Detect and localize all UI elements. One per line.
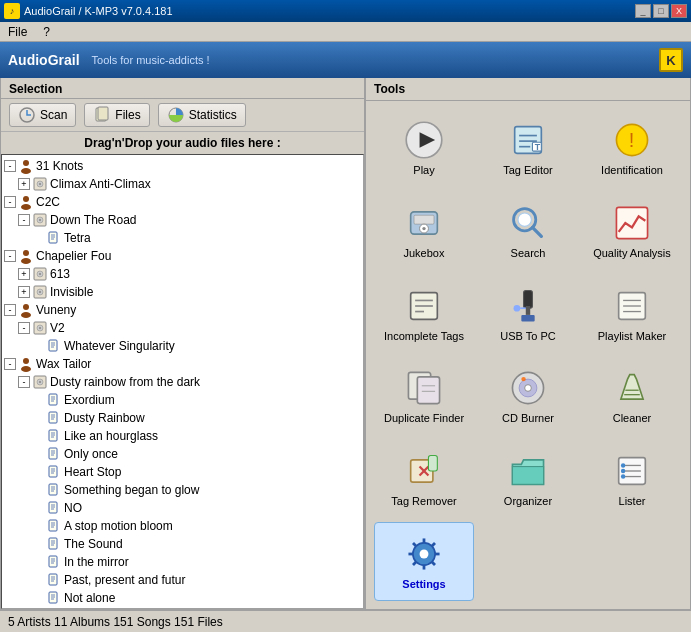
tree-song[interactable]: Not alone [4,589,361,607]
svg-point-150 [621,463,625,467]
tree-album[interactable]: - Dusty rainbow from the dark [4,373,361,391]
statistics-button[interactable]: Statistics [158,103,246,127]
tree-artist[interactable]: - Chapelier Fou [4,247,361,265]
tool-incomplete-tags[interactable]: Incomplete Tags [374,274,474,353]
svg-point-35 [23,358,29,364]
artist-label: Wax Tailor [36,357,91,371]
file-tree[interactable]: - 31 Knots + Climax Anti [1,154,364,609]
app-name: AudioGrail [8,52,80,68]
tool-lister[interactable]: Lister [582,440,682,519]
selection-header: Selection [1,78,364,99]
tool-tag-remover[interactable]: Tag Remover [374,440,474,519]
tree-song[interactable]: Down in flames [4,607,361,609]
scan-button[interactable]: Scan [9,103,76,127]
svg-point-36 [21,366,31,372]
expand-icon[interactable]: - [18,376,30,388]
expand-icon[interactable]: - [4,196,16,208]
expand-icon[interactable]: - [18,322,30,334]
song-label: Whatever Singularity [64,339,175,353]
lister-label: Lister [619,495,646,507]
tree-song[interactable]: NO [4,499,361,517]
tool-duplicate-finder[interactable]: Duplicate Finder [374,357,474,436]
expand-icon[interactable]: - [4,160,16,172]
tree-artist[interactable]: - 31 Knots [4,157,361,175]
song-icon [46,230,62,246]
menu-file[interactable]: File [4,24,31,40]
expand-icon[interactable]: - [4,358,16,370]
tool-organizer[interactable]: Organizer [478,440,578,519]
tree-album[interactable]: + Invisible [4,283,361,301]
maximize-button[interactable]: □ [653,4,669,18]
svg-line-116 [532,227,541,236]
tree-album[interactable]: - Down The Road [4,211,361,229]
title-bar-controls: _ □ X [635,4,687,18]
svg-rect-14 [49,232,57,243]
expand-icon[interactable]: + [18,178,30,190]
tool-identification[interactable]: !Identification [582,109,682,188]
album-label: Climax Anti-Climax [50,177,151,191]
minimize-button[interactable]: _ [635,4,651,18]
tool-settings[interactable]: Settings [374,522,474,601]
organizer-icon [508,451,548,491]
svg-point-18 [23,250,29,256]
expand-icon[interactable]: - [4,250,16,262]
tree-song[interactable]: Whatever Singularity [4,337,361,355]
tree-artist[interactable]: - C2C [4,193,361,211]
svg-point-27 [21,312,31,318]
expand-icon[interactable]: - [4,304,16,316]
tree-song[interactable]: The Sound [4,535,361,553]
svg-rect-52 [49,448,57,459]
expand-icon[interactable]: + [18,268,30,280]
tree-album[interactable]: + Climax Anti-Climax [4,175,361,193]
status-bar: 5 Artists 11 Albums 151 Songs 151 Files [0,610,691,632]
tree-song[interactable]: In the mirror [4,553,361,571]
tool-playlist-maker[interactable]: Playlist Maker [582,274,682,353]
artist-icon [18,356,34,372]
tree-song[interactable]: Heart Stop [4,463,361,481]
play-icon [404,120,444,160]
tree-artist[interactable]: - Wax Tailor [4,355,361,373]
tree-song[interactable]: Only once [4,445,361,463]
artist-label: 31 Knots [36,159,83,173]
menu-bar: File ? [0,22,691,42]
close-button[interactable]: X [671,4,687,18]
tree-song[interactable]: A stop motion bloom [4,517,361,535]
tree-song[interactable]: Past, present and futur [4,571,361,589]
artist-icon [18,302,34,318]
tree-song[interactable]: Dusty Rainbow [4,409,361,427]
tool-cd-burner[interactable]: CD Burner [478,357,578,436]
tree-album[interactable]: + 613 [4,265,361,283]
svg-rect-84 [49,592,57,603]
svg-point-10 [21,204,31,210]
tool-quality-analysis[interactable]: Quality Analysis [582,192,682,271]
svg-point-138 [521,377,525,381]
tree-artist[interactable]: - Vuneny [4,301,361,319]
tool-cleaner[interactable]: Cleaner [582,357,682,436]
song-icon [46,338,62,354]
svg-point-25 [39,291,41,293]
tool-play[interactable]: Play [374,109,474,188]
expand-icon[interactable]: + [18,286,30,298]
identification-label: Identification [601,164,663,176]
tool-search[interactable]: Search [478,192,578,271]
song-label: In the mirror [64,555,129,569]
cleaner-icon [612,368,652,408]
tree-song[interactable]: Tetra [4,229,361,247]
tree-album[interactable]: - V2 [4,319,361,337]
tool-usb-to-pc[interactable]: USB To PC [478,274,578,353]
svg-point-125 [514,305,521,312]
tree-song[interactable]: Exordium [4,391,361,409]
tree-song[interactable]: Something began to glow [4,481,361,499]
song-label: Something began to glow [64,483,199,497]
tool-jukebox[interactable]: Jukebox [374,192,474,271]
scan-label: Scan [40,108,67,122]
files-button[interactable]: Files [84,103,149,127]
song-icon [46,482,62,498]
tool-tag-editor[interactable]: TTag Editor [478,109,578,188]
menu-help[interactable]: ? [39,24,54,40]
tree-song[interactable]: Like an hourglass [4,427,361,445]
expand-icon[interactable]: - [18,214,30,226]
svg-line-162 [413,561,416,564]
files-icon [93,106,111,124]
toolbar: Scan Files [1,99,364,132]
